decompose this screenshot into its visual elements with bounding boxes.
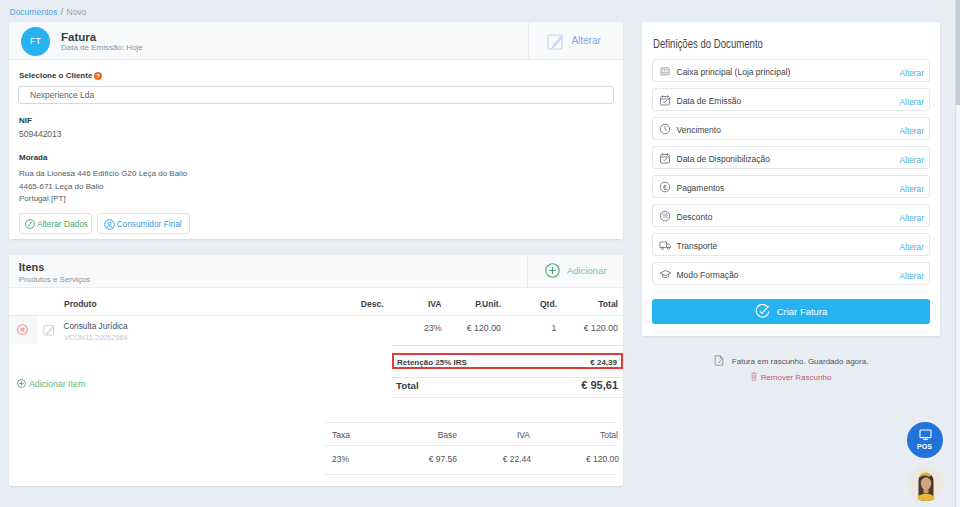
svg-text:?: ? [96,73,100,79]
svg-text:%: % [662,212,668,219]
svg-text:€: € [663,183,668,192]
